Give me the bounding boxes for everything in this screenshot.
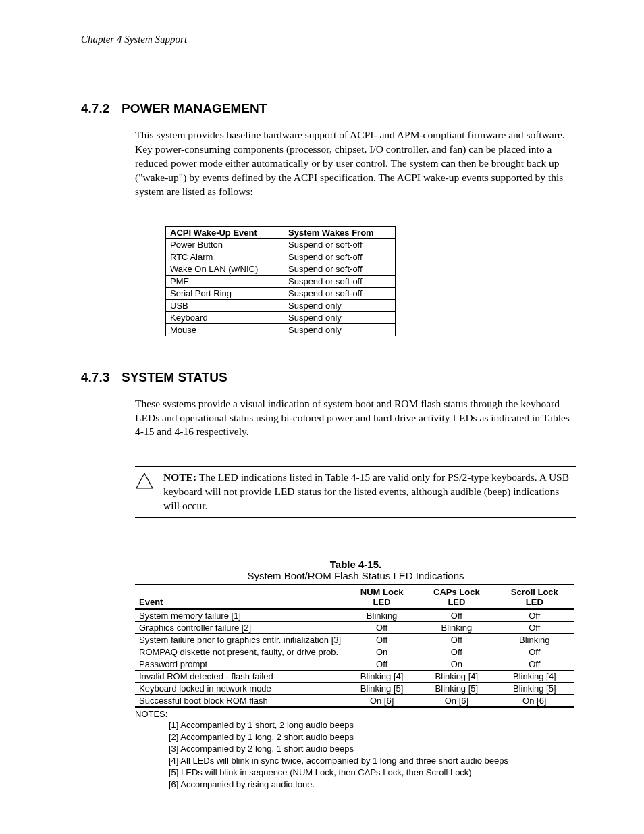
section-heading-status: 4.7.3 SYSTEM STATUS bbox=[81, 370, 576, 385]
led-header-num: NUM LockLED bbox=[346, 585, 418, 609]
led-table: Event NUM LockLED CAPs LockLED Scroll Lo… bbox=[135, 584, 574, 708]
note-item: [6] Accompanied by rising audio tone. bbox=[169, 779, 576, 791]
table-row: Password promptOffOnOff bbox=[135, 658, 574, 671]
note-item: [1] Accompanied by 1 short, 2 long audio… bbox=[169, 719, 576, 731]
table-row: KeyboardSuspend only bbox=[166, 311, 396, 323]
section-body-power: This system provides baseline hardware s… bbox=[135, 128, 576, 199]
table-row: System memory failure [1]BlinkingOffOff bbox=[135, 609, 574, 622]
table-row: Keyboard locked in network modeBlinking … bbox=[135, 683, 574, 695]
table-subtitle: System Boot/ROM Flash Status LED Indicat… bbox=[135, 570, 576, 581]
footer: 4-28 Compaq Evo and Workstation Personal… bbox=[81, 831, 576, 834]
section-body-status: These systems provide a visual indicatio… bbox=[135, 397, 576, 440]
wake-header-from: System Wakes From bbox=[284, 226, 396, 238]
wake-header-event: ACPI Wake-Up Event bbox=[166, 226, 284, 238]
section-title: POWER MANAGEMENT bbox=[122, 101, 267, 116]
note-box: NOTE: The LED indications listed in Tabl… bbox=[135, 466, 576, 518]
table-row: Power ButtonSuspend or soft-off bbox=[166, 238, 396, 251]
table-row: Invalid ROM detected - flash failedBlink… bbox=[135, 671, 574, 683]
notes-list: [1] Accompanied by 1 short, 2 long audio… bbox=[169, 719, 576, 790]
led-header-caps: CAPs LockLED bbox=[418, 585, 495, 609]
note-item: [5] LEDs will blink in sequence (NUM Loc… bbox=[169, 766, 576, 779]
section-title: SYSTEM STATUS bbox=[122, 370, 227, 385]
note-item: [2] Accompanied by 1 long, 2 short audio… bbox=[169, 731, 576, 744]
table-row: MouseSuspend only bbox=[166, 323, 396, 336]
table-row: ROMPAQ diskette not present, faulty, or … bbox=[135, 646, 574, 658]
table-row: Successful boot block ROM flashOn [6]On … bbox=[135, 695, 574, 708]
wake-up-table: ACPI Wake-Up Event System Wakes From Pow… bbox=[165, 226, 396, 336]
table-row: Wake On LAN (w/NIC)Suspend or soft-off bbox=[166, 263, 396, 275]
note-item: [4] All LEDs will blink in sync twice, a… bbox=[169, 755, 576, 767]
table-row: PMESuspend or soft-off bbox=[166, 275, 396, 287]
led-header-event: Event bbox=[135, 585, 346, 609]
note-text: NOTE: The LED indications listed in Tabl… bbox=[163, 471, 576, 513]
section-heading-power: 4.7.2 POWER MANAGEMENT bbox=[81, 101, 576, 116]
table-row: USBSuspend only bbox=[166, 299, 396, 311]
led-header-scroll: Scroll LockLED bbox=[495, 585, 574, 609]
table-row: RTC AlarmSuspend or soft-off bbox=[166, 251, 396, 263]
chapter-header: Chapter 4 System Support bbox=[81, 34, 576, 47]
table-row: Graphics controller failure [2]OffBlinki… bbox=[135, 622, 574, 634]
table-row: Serial Port RingSuspend or soft-off bbox=[166, 287, 396, 299]
section-number: 4.7.3 bbox=[81, 370, 122, 385]
notes-label: NOTES: bbox=[135, 709, 576, 719]
note-item: [3] Accompanied by 2 long, 1 short audio… bbox=[169, 743, 576, 755]
warning-triangle-icon bbox=[135, 471, 163, 513]
section-number: 4.7.2 bbox=[81, 101, 122, 116]
table-label: Table 4-15. bbox=[135, 558, 576, 570]
table-row: System failure prior to graphics cntlr. … bbox=[135, 634, 574, 646]
